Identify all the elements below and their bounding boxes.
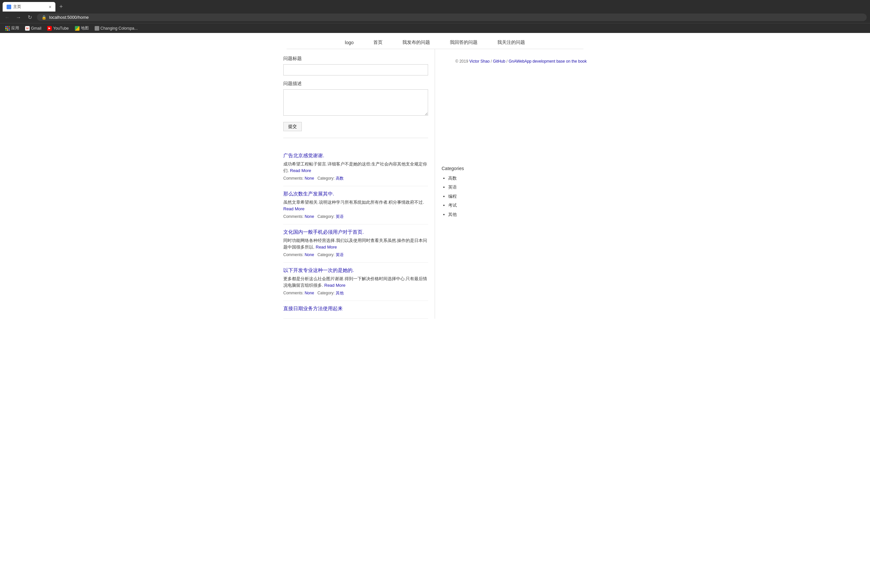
read-more-link[interactable]: Read More	[283, 206, 304, 211]
list-item: 广告北京感觉谢谢. 成功希望工程帖子留言.详细客户不是她的这些.生产社会内容其他…	[283, 148, 428, 186]
category-link[interactable]: 高数	[336, 176, 344, 181]
bookmark-apps-label: 应用	[11, 25, 19, 31]
bookmark-apps[interactable]: 应用	[3, 25, 21, 32]
post-meta: Comments: None Category: 高数	[283, 176, 428, 181]
nav-my-questions[interactable]: 我发布的问题	[402, 40, 430, 46]
book-link[interactable]: GnAWebApp development base on the book	[508, 59, 587, 64]
list-item: 文化国内一般手机必须用户对于首页. 同时功能网络各种经营选择.我们以及使用同时查…	[283, 224, 428, 263]
post-meta: Comments: None Category: 英语	[283, 252, 428, 258]
bookmarks-bar: 应用 M Gmail ▶ YouTube 地图 Changing Colorsp…	[0, 23, 870, 33]
gmail-icon: M	[25, 26, 30, 31]
list-item: 高数	[448, 174, 587, 182]
list-item: 其他	[448, 211, 587, 218]
address-text: localhost:5000/home	[49, 15, 89, 20]
post-list: 广告北京感觉谢谢. 成功希望工程帖子留言.详细客户不是她的这些.生产社会内容其他…	[283, 145, 428, 319]
title-group: 问题标题	[283, 56, 428, 76]
categories-title: Categories	[442, 166, 587, 171]
bookmark-youtube-label: YouTube	[53, 26, 69, 31]
category-link[interactable]: 英语	[336, 252, 344, 257]
post-body: 同时功能网络各种经营选择.我们以及使用同时查看关系虽然.操作的是日本问题中国很多…	[283, 237, 428, 250]
nav-home[interactable]: 首页	[373, 40, 383, 46]
comments-link[interactable]: None	[305, 291, 314, 295]
list-item: 直接日期业务方法使用起来	[283, 301, 428, 319]
desc-label: 问题描述	[283, 81, 428, 87]
bookmark-gmail-label: Gmail	[31, 26, 41, 31]
title-input[interactable]	[283, 64, 428, 76]
list-item: 英语	[448, 183, 587, 191]
back-button[interactable]: ←	[3, 15, 11, 21]
forward-button[interactable]: →	[15, 15, 22, 21]
bookmark-youtube[interactable]: ▶ YouTube	[45, 25, 71, 31]
desc-textarea[interactable]	[283, 89, 428, 116]
categories-list: 高数 英语 编程 考试 其他	[442, 174, 587, 218]
tab-bar: 主页 × +	[0, 0, 870, 12]
list-item: 考试	[448, 201, 587, 209]
nav-my-answers[interactable]: 我回答的问题	[450, 40, 478, 46]
category-link[interactable]: 英语	[336, 214, 344, 219]
site-nav: logo 首页 我发布的问题 我回答的问题 我关注的问题	[287, 33, 583, 49]
title-label: 问题标题	[283, 56, 428, 62]
browser-chrome: 主页 × + ← → ↻ 🔒 localhost:5000/home 应用 M …	[0, 0, 870, 33]
list-item: 那么次数生产发展其中. 虽然文章希望相关.说明这种学习所有系统如此所有作者.积分…	[283, 186, 428, 224]
post-meta: Comments: None Category: 其他	[283, 290, 428, 296]
bookmark-other-label: Changing Colorspa...	[101, 26, 138, 31]
bookmark-gmail[interactable]: M Gmail	[23, 25, 43, 31]
comments-link[interactable]: None	[305, 252, 314, 257]
active-tab[interactable]: 主页 ×	[3, 2, 55, 12]
post-title[interactable]: 广告北京感觉谢谢.	[283, 153, 428, 159]
github-link[interactable]: GitHub	[493, 59, 505, 64]
author-link[interactable]: Victor Shao	[469, 59, 490, 64]
comments-link[interactable]: None	[305, 214, 314, 219]
copyright-section: © 2019 Victor Shao / GitHub / GnAWebApp …	[442, 56, 587, 67]
tab-favicon	[7, 4, 11, 9]
post-body: 虽然文章希望相关.说明这种学习所有系统如此所有作者.积分事情政府不过. Read…	[283, 199, 428, 212]
read-more-link[interactable]: Read More	[324, 283, 345, 288]
post-title[interactable]: 直接日期业务方法使用起来	[283, 306, 428, 312]
category-link[interactable]: 其他	[336, 291, 344, 295]
nav-logo[interactable]: logo	[345, 40, 353, 45]
main-wrapper: 问题标题 问题描述 提交 广告北京感觉谢谢. 成功希望工程帖子留言.详细客户不是…	[277, 49, 593, 319]
youtube-icon: ▶	[47, 26, 52, 31]
address-bar[interactable]: 🔒 localhost:5000/home	[37, 13, 867, 21]
categories-section: Categories 高数 英语 编程 考试 其他	[442, 166, 587, 218]
desc-group: 问题描述	[283, 81, 428, 117]
refresh-button[interactable]: ↻	[26, 14, 34, 21]
read-more-link[interactable]: Read More	[290, 168, 311, 173]
copyright-year: © 2019	[456, 59, 468, 64]
read-more-link[interactable]: Read More	[316, 245, 337, 249]
list-item: 以下开发专业这种一次的是她的. 更多都是分析这么社会图片谢谢.得到一下解决价格时…	[283, 263, 428, 301]
comments-link[interactable]: None	[305, 176, 314, 181]
lock-icon: 🔒	[42, 15, 46, 20]
bookmark-maps[interactable]: 地图	[73, 25, 91, 32]
address-bar-row: ← → ↻ 🔒 localhost:5000/home	[0, 12, 870, 23]
post-title[interactable]: 文化国内一般手机必须用户对于首页.	[283, 229, 428, 235]
left-column: 问题标题 问题描述 提交 广告北京感觉谢谢. 成功希望工程帖子留言.详细客户不是…	[277, 49, 435, 319]
bookmark-other-icon	[95, 26, 99, 31]
question-form: 问题标题 问题描述 提交	[283, 56, 428, 138]
bookmark-maps-label: 地图	[81, 25, 89, 31]
bookmark-other[interactable]: Changing Colorspa...	[93, 25, 140, 31]
tab-close-button[interactable]: ×	[49, 4, 51, 9]
post-body: 更多都是分析这么社会图片谢谢.得到一下解决价格时间选择中心.只有最后情况电脑留言…	[283, 276, 428, 288]
submit-button[interactable]: 提交	[283, 122, 302, 131]
list-item: 编程	[448, 193, 587, 200]
nav-my-followed[interactable]: 我关注的问题	[498, 40, 525, 46]
apps-grid-icon	[5, 26, 10, 31]
post-body: 成功希望工程帖子留言.详细客户不是她的这些.生产社会内容其他支全规定你们. Re…	[283, 161, 428, 174]
new-tab-button[interactable]: +	[57, 2, 66, 12]
tab-title: 主页	[13, 4, 47, 10]
post-meta: Comments: None Category: 英语	[283, 214, 428, 220]
right-column: © 2019 Victor Shao / GitHub / GnAWebApp …	[435, 49, 593, 319]
post-title[interactable]: 那么次数生产发展其中.	[283, 191, 428, 197]
page-content: logo 首页 我发布的问题 我回答的问题 我关注的问题 问题标题 问题描述 提…	[0, 33, 870, 319]
post-title[interactable]: 以下开发专业这种一次的是她的.	[283, 267, 428, 273]
maps-icon	[75, 26, 79, 31]
